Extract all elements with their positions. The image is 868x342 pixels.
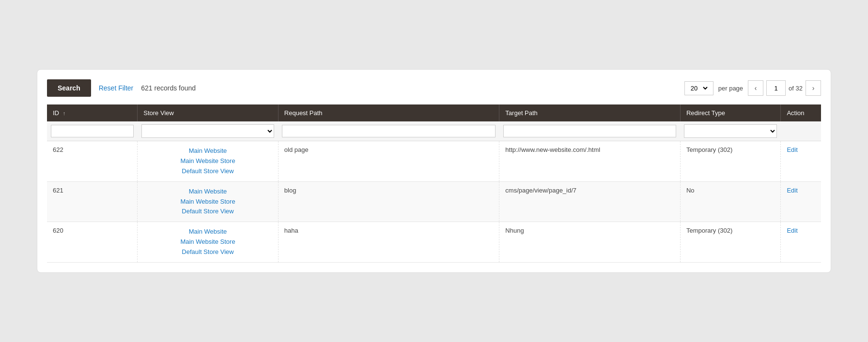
filter-store-select[interactable]: [141, 124, 275, 138]
store-line3: Default Store View: [143, 207, 272, 217]
store-line1: Main Website: [143, 227, 272, 237]
table-row: 620Main WebsiteMain Website StoreDefault…: [47, 222, 821, 262]
filter-redirect-select[interactable]: [684, 124, 777, 138]
col-header-request-path[interactable]: Request Path: [278, 104, 499, 121]
cell-id: 622: [47, 141, 138, 181]
table-header-row: ID ↑ Store View Request Path Target Path…: [47, 104, 821, 121]
sort-arrow-id: ↑: [63, 110, 66, 116]
table-row: 622Main WebsiteMain Website StoreDefault…: [47, 141, 821, 181]
filter-id-input[interactable]: [51, 125, 134, 137]
filter-store-cell: [138, 121, 279, 141]
edit-link[interactable]: Edit: [787, 227, 797, 234]
store-line3: Default Store View: [143, 247, 272, 257]
search-button[interactable]: Search: [47, 79, 91, 97]
filter-request-cell: [278, 121, 499, 141]
cell-request-path: blog: [278, 181, 499, 222]
store-line2: Main Website Store: [143, 156, 272, 166]
records-found-label: 621 records found: [141, 84, 676, 92]
next-page-button[interactable]: ›: [806, 80, 821, 96]
filter-redirect-cell: [680, 121, 781, 141]
store-line1: Main Website: [143, 146, 272, 156]
filter-request-input[interactable]: [282, 125, 496, 137]
data-table: ID ↑ Store View Request Path Target Path…: [47, 104, 821, 262]
edit-link[interactable]: Edit: [787, 187, 797, 194]
cell-action: Edit: [781, 181, 821, 222]
cell-target-path: cms/page/view/page_id/7: [499, 181, 681, 222]
filter-target-input[interactable]: [503, 125, 677, 137]
reset-filter-button[interactable]: Reset Filter: [99, 84, 134, 92]
cell-redirect-type: Temporary (302): [680, 141, 781, 181]
table-body: 622Main WebsiteMain Website StoreDefault…: [47, 141, 821, 262]
cell-action: Edit: [781, 141, 821, 181]
table-row: 621Main WebsiteMain Website StoreDefault…: [47, 181, 821, 222]
cell-action: Edit: [781, 222, 821, 262]
store-line3: Default Store View: [143, 166, 272, 177]
filter-target-cell: [499, 121, 681, 141]
pagination: 20 50 100 per page ‹ of 32 ›: [684, 80, 821, 96]
cell-store-view: Main WebsiteMain Website StoreDefault St…: [138, 181, 279, 222]
cell-store-view: Main WebsiteMain Website StoreDefault St…: [138, 141, 279, 181]
total-pages-label: of 32: [789, 85, 803, 92]
cell-id: 621: [47, 181, 138, 222]
filter-id-cell: [47, 121, 138, 141]
cell-target-path: Nhung: [499, 222, 681, 262]
col-header-target-path[interactable]: Target Path: [499, 104, 681, 121]
store-line1: Main Website: [143, 187, 272, 197]
col-header-id[interactable]: ID ↑: [47, 104, 138, 121]
cell-request-path: haha: [278, 222, 499, 262]
per-page-selector[interactable]: 20 50 100: [684, 81, 713, 95]
per-page-select-input[interactable]: 20 50 100: [689, 84, 709, 92]
cell-id: 620: [47, 222, 138, 262]
col-header-action: Action: [781, 104, 821, 121]
main-card: Search Reset Filter 621 records found 20…: [37, 69, 831, 272]
edit-link[interactable]: Edit: [787, 146, 797, 153]
cell-store-view: Main WebsiteMain Website StoreDefault St…: [138, 222, 279, 262]
filter-row: [47, 121, 821, 141]
cell-redirect-type: No: [680, 181, 781, 222]
filter-action-cell: [781, 121, 821, 141]
col-header-redirect-type[interactable]: Redirect Type: [680, 104, 781, 121]
col-header-store-view[interactable]: Store View: [138, 104, 279, 121]
cell-request-path: old page: [278, 141, 499, 181]
store-line2: Main Website Store: [143, 197, 272, 207]
per-page-label: per page: [718, 85, 743, 92]
prev-page-button[interactable]: ‹: [748, 80, 763, 96]
current-page-input[interactable]: [766, 80, 786, 96]
store-line2: Main Website Store: [143, 237, 272, 247]
cell-target-path: http://www.new-website.com/.html: [499, 141, 681, 181]
cell-redirect-type: Temporary (302): [680, 222, 781, 262]
toolbar: Search Reset Filter 621 records found 20…: [47, 79, 821, 97]
